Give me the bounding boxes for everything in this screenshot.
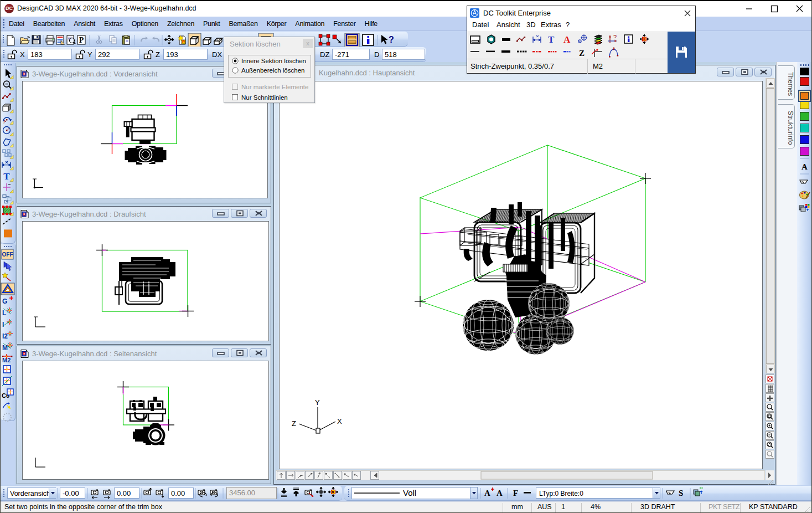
svg-text:Z: Z [292,419,296,428]
svg-text:OFF: OFF [2,252,13,258]
svg-text:Y: Y [87,50,92,59]
svg-text:F: F [513,489,518,497]
svg-text:A: A [801,162,808,171]
svg-text:Z: Z [156,50,160,59]
svg-text:T: T [548,34,555,45]
svg-text:DZ: DZ [320,50,329,59]
svg-text:I2: I2 [2,332,8,340]
svg-text:Y: Y [315,398,320,407]
svg-text:?: ? [613,34,617,40]
svg-text:I: I [2,321,4,329]
svg-text:T: T [3,171,10,182]
svg-text:P: P [79,36,84,44]
svg-text:?: ? [389,35,394,44]
svg-text:Z: Z [579,49,585,58]
svg-text:?: ? [3,120,6,125]
svg-text:A: A [484,489,490,497]
svg-text:D: D [374,50,379,59]
svg-text:Voll: Voll [403,488,416,497]
svg-text:S: S [679,489,683,497]
svg-text:X: X [20,50,25,59]
svg-text:G: G [2,297,7,305]
svg-text:DX: DX [212,50,222,59]
svg-text:X: X [337,417,342,425]
svg-text:M: M [2,344,8,352]
svg-text:R: R [182,40,185,44]
svg-text:A: A [563,34,571,45]
svg-text:A: A [496,489,503,497]
